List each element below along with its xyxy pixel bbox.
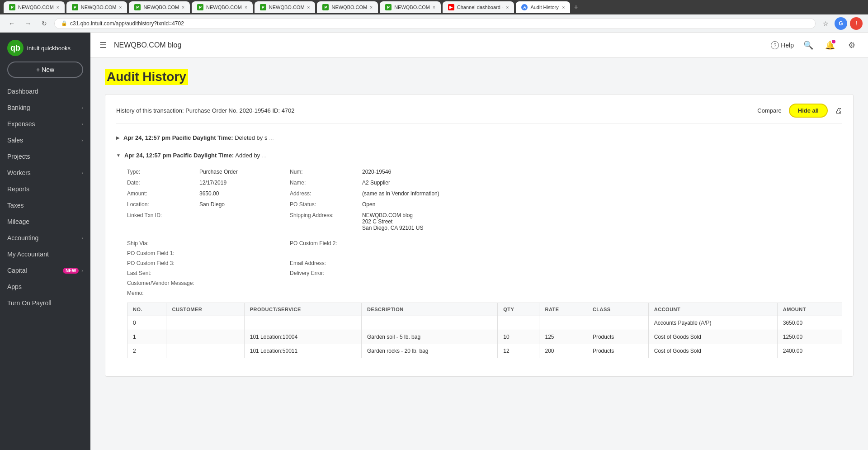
customer-vendor-value <box>199 279 290 287</box>
cell-0-1 <box>166 316 244 330</box>
brand-label: intuit quickbooks <box>27 45 71 52</box>
cell-2-2: 101 Location:50011 <box>244 344 361 358</box>
tab-4[interactable]: PNEWQBO.COM× <box>192 1 253 13</box>
browser-actions: ☆ G ! <box>819 17 863 30</box>
tab-2[interactable]: PNEWQBO.COM× <box>66 1 127 13</box>
cell-2-5: 200 <box>539 344 587 358</box>
tab-1[interactable]: PNEWQBO.COM× <box>4 1 65 13</box>
linked-txn-value <box>199 211 290 232</box>
ship-via-value <box>199 239 290 247</box>
notification-button[interactable]: 🔔 <box>823 38 837 52</box>
sidebar-item-projects[interactable]: Projects <box>0 148 90 165</box>
hide-all-button[interactable]: Hide all <box>789 104 828 118</box>
chevron-right-icon-capital: › <box>81 268 83 273</box>
po-custom-field3-label: PO Custom Field 3: <box>127 259 199 267</box>
sidebar-item-workers[interactable]: Workers › <box>0 165 90 181</box>
print-icon: 🖨 <box>835 107 842 114</box>
linked-txn-label: Linked Txn ID: <box>127 211 199 232</box>
sidebar-item-label-workers: Workers <box>7 169 31 176</box>
tab-6[interactable]: PNEWQBO.COM× <box>317 1 378 13</box>
back-button[interactable]: ← <box>5 17 18 30</box>
col-class: CLASS <box>587 303 648 316</box>
po-status-label: PO Status: <box>290 200 362 208</box>
bookmarks-button[interactable]: ☆ <box>819 17 832 30</box>
cell-2-6: Products <box>587 344 648 358</box>
sidebar-item-apps[interactable]: Apps <box>0 279 90 295</box>
forward-button[interactable]: → <box>22 17 34 30</box>
tab-close-6[interactable]: × <box>370 5 373 10</box>
tab-8[interactable]: ▶Channel dashboard -× <box>443 1 514 13</box>
tab-9[interactable]: AAudit History× <box>516 1 570 13</box>
tab-3[interactable]: PNEWQBO.COM× <box>129 1 190 13</box>
sidebar-item-reports[interactable]: Reports <box>0 181 90 197</box>
tab-7[interactable]: PNEWQBO.COM× <box>380 1 441 13</box>
tab-label-1: NEWQBO.COM <box>18 5 54 10</box>
timeline-header-2[interactable]: ▼ Apr 24, 12:57 pm Pacific Daylight Time… <box>116 148 842 162</box>
browser-chrome: PNEWQBO.COM× PNEWQBO.COM× PNEWQBO.COM× P… <box>0 0 868 14</box>
num-value: 2020-19546 <box>362 168 842 176</box>
cell-0-5 <box>539 316 587 330</box>
tab-close-7[interactable]: × <box>433 5 435 10</box>
tab-close-9[interactable]: × <box>562 5 565 10</box>
tab-close-8[interactable]: × <box>506 5 509 10</box>
sidebar-item-label-payroll: Turn On Payroll <box>7 299 52 307</box>
cell-1-1 <box>166 330 244 344</box>
sidebar-item-label-sales: Sales <box>7 137 23 144</box>
sidebar-item-sales[interactable]: Sales › <box>0 132 90 148</box>
hamburger-button[interactable]: ☰ <box>99 40 107 50</box>
chevron-right-icon-expenses: › <box>81 121 83 127</box>
po-status-value: Open <box>362 200 842 208</box>
po-custom-field2-label: PO Custom Field 2: <box>290 239 362 247</box>
header-actions: ? Help 🔍 🔔 ⚙ <box>771 38 859 52</box>
tab-close-3[interactable]: × <box>182 5 184 10</box>
tab-label-5: NEWQBO.COM <box>269 5 305 10</box>
search-button[interactable]: 🔍 <box>801 38 816 52</box>
sidebar-item-label-capital: Capital <box>7 267 27 274</box>
reload-button[interactable]: ↻ <box>38 17 51 30</box>
tab-5[interactable]: PNEWQBO.COM× <box>255 1 316 13</box>
date-label: Date: <box>127 179 199 187</box>
num-label: Num: <box>290 168 362 176</box>
sidebar-item-mileage[interactable]: Mileage <box>0 213 90 230</box>
help-button[interactable]: ? Help <box>771 41 794 49</box>
sidebar-item-turn-on-payroll[interactable]: Turn On Payroll <box>0 295 90 311</box>
tab-close-2[interactable]: × <box>119 5 122 10</box>
tab-label-9: Audit History <box>530 5 558 10</box>
new-tab-button[interactable]: + <box>574 3 578 11</box>
cell-1-0: 1 <box>127 330 166 344</box>
timeline-user-blur-1: ... <box>269 134 274 141</box>
settings-button[interactable]: ⚙ <box>844 38 859 52</box>
col-amount: AMOUNT <box>777 303 842 316</box>
print-button[interactable]: 🖨 <box>835 107 842 115</box>
tab-label-4: NEWQBO.COM <box>206 5 242 10</box>
sidebar-item-label-reports: Reports <box>7 185 29 193</box>
sidebar-item-capital[interactable]: Capital NEW › <box>0 262 90 279</box>
sidebar-item-label-banking: Banking <box>7 104 30 111</box>
sidebar-item-banking[interactable]: Banking › <box>0 99 90 116</box>
capital-new-badge: NEW <box>63 268 79 274</box>
sidebar-item-taxes[interactable]: Taxes <box>0 197 90 213</box>
tab-label-8: Channel dashboard - <box>457 5 504 10</box>
timeline-header-1[interactable]: ▶ Apr 24, 12:57 pm Pacific Daylight Time… <box>116 131 842 145</box>
tab-label-3: NEWQBO.COM <box>143 5 179 10</box>
tab-close-4[interactable]: × <box>245 5 247 10</box>
sidebar-item-label-mileage: Mileage <box>7 218 29 225</box>
svg-text:qb: qb <box>10 43 20 52</box>
location-label: Location: <box>127 200 199 208</box>
col-description: DESCRIPTION <box>362 303 498 316</box>
tab-close-5[interactable]: × <box>307 5 310 10</box>
address-bar[interactable]: 🔒 c31.qbo.intuit.com/app/audithistory?tx… <box>54 18 816 29</box>
new-button[interactable]: + New <box>7 62 83 78</box>
header-title: NEWQBO.COM blog <box>114 41 764 49</box>
sidebar-item-expenses[interactable]: Expenses › <box>0 116 90 132</box>
sidebar-item-dashboard[interactable]: Dashboard <box>0 83 90 99</box>
tab-favicon-4: P <box>197 4 203 10</box>
sidebar-item-my-accountant[interactable]: My Accountant <box>0 246 90 262</box>
tab-close-1[interactable]: × <box>57 5 59 10</box>
cell-1-7: Cost of Goods Sold <box>648 330 777 344</box>
detail-grid: Type: Purchase Order Num: 2020-19546 Dat… <box>127 168 842 232</box>
sidebar-item-label-apps: Apps <box>7 283 22 290</box>
sidebar-item-accounting[interactable]: Accounting › <box>0 230 90 246</box>
tab-favicon-6: P <box>322 4 329 10</box>
compare-button[interactable]: Compare <box>757 107 781 114</box>
